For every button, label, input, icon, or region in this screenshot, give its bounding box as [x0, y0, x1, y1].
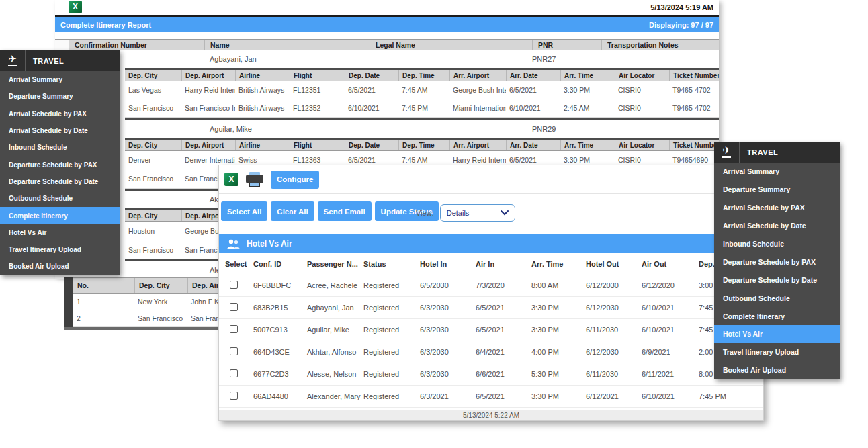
- select-all-button[interactable]: Select All: [221, 201, 267, 221]
- hotel-table-header-row: Select Conf. ID Passenger N... Status Ho…: [219, 253, 763, 275]
- sidebar-item-departure-schedule-by-pax[interactable]: Departure Schedule by PAX: [714, 253, 840, 271]
- sidebar-item-booked-air-upload[interactable]: Booked Air Upload: [714, 361, 840, 379]
- sidebar-item-hotel-vs-air[interactable]: Hotel Vs Air: [0, 224, 120, 241]
- column-confirmation-number: Confirmation Number: [69, 40, 204, 50]
- fragment-left-border: [64, 277, 73, 327]
- column-dep-city: Dep. City: [134, 278, 187, 293]
- flight-row: Las VegasHarry Reid InternaBritish Airwa…: [125, 81, 719, 99]
- sidebar-item-arrival-schedule-by-pax[interactable]: Arrival Schedule by PAX: [714, 199, 840, 217]
- report-spacer: [55, 32, 719, 39]
- people-group-icon: [226, 238, 241, 249]
- flight-header-row: Dep. CityDep. AirportAirlineFlightDep. D…: [125, 140, 719, 151]
- numbered-table-header-row: No. Dep. City Dep. Airport: [73, 277, 222, 294]
- passenger-pnr: PNR27: [532, 55, 556, 63]
- sidebar-item-complete-itinerary[interactable]: Complete Itinerary: [0, 207, 120, 224]
- column-no: No.: [73, 278, 134, 293]
- column-transportation-notes: Transportation Notes: [601, 40, 719, 50]
- fragment-bottom-border: [64, 327, 222, 330]
- report-select-column-header: [55, 40, 69, 50]
- column-dep-airport: Dep. Airport: [181, 70, 235, 81]
- column-air-in: Air In: [473, 260, 529, 268]
- excel-export-icon[interactable]: X: [224, 173, 238, 186]
- sidebar-header: ✈ TRAVEL: [714, 142, 840, 163]
- report-displaying-count: Displaying: 97 / 97: [649, 21, 713, 29]
- flight-header-row: Dep. City Dep. Airport Airline Flight De…: [125, 70, 719, 81]
- row-select-checkbox[interactable]: [230, 281, 238, 289]
- column-pnr: PNR: [532, 40, 601, 50]
- sidebar-item-arrival-schedule-by-date[interactable]: Arrival Schedule by Date: [0, 122, 120, 139]
- clear-all-button[interactable]: Clear All: [271, 201, 314, 221]
- hotel-toolbar: X Configure: [219, 165, 763, 194]
- sidebar-item-outbound-schedule[interactable]: Outbound Schedule: [714, 289, 840, 307]
- hotel-table-row: 664D43CEAkhtar, AlfonsoRegistered6/3/203…: [219, 341, 763, 363]
- sidebar-title: TRAVEL: [26, 57, 64, 65]
- row-select-checkbox[interactable]: [230, 392, 238, 400]
- column-select: Select: [222, 260, 251, 268]
- column-ticket-number: Ticket Number: [669, 70, 719, 81]
- column-arr-time: Arr. Time: [529, 260, 583, 268]
- passenger-group-row: Agbayani, Jan PNR27: [55, 50, 719, 68]
- report-top-strip: X 5/13/2024 5:19 AM: [55, 0, 719, 15]
- sidebar-item-arrival-schedule-by-date[interactable]: Arrival Schedule by Date: [714, 217, 840, 235]
- row-select-checkbox[interactable]: [230, 347, 238, 355]
- row-select-checkbox[interactable]: [230, 325, 238, 333]
- sidebar-item-departure-summary[interactable]: Departure Summary: [0, 88, 120, 105]
- column-arr-date: Arr. Date: [506, 70, 560, 81]
- column-flight: Flight: [290, 70, 345, 81]
- sidebar-item-travel-itinerary-upload[interactable]: Travel Itinerary Upload: [714, 343, 840, 361]
- sidebar-item-booked-air-upload[interactable]: Booked Air Upload: [0, 258, 120, 275]
- numbered-schedule-table: No. Dep. City Dep. Airport 1 New York Jo…: [73, 277, 222, 327]
- column-status: Status: [361, 260, 417, 268]
- sidebar-item-inbound-schedule[interactable]: Inbound Schedule: [714, 235, 840, 253]
- flight-row: San FranciscoSan Francisco InteBritish A…: [125, 99, 719, 118]
- column-dep-city: Dep. City: [125, 70, 181, 81]
- table-row: 1 New York John F Kennedy Inte: [73, 294, 222, 310]
- row-select-checkbox[interactable]: [230, 369, 238, 377]
- print-icon[interactable]: [246, 172, 263, 187]
- column-arr-time: Arr. Time: [560, 70, 615, 81]
- hotel-table-row: 6F6BBDFCAcree, RacheleRegistered6/5/2030…: [219, 275, 763, 297]
- travel-plane-icon: ✈: [0, 50, 26, 71]
- hotel-vs-air-window: X Configure Select All Clear All Send Em…: [218, 165, 764, 421]
- sidebar-title: TRAVEL: [740, 148, 778, 156]
- report-group-header-row: Confirmation Number Name Legal Name PNR …: [55, 39, 719, 50]
- sidebar-item-complete-itinerary[interactable]: Complete Itinerary: [714, 307, 840, 325]
- hotel-table-row: 683B2B15Agbayani, JanRegistered6/3/20306…: [219, 297, 763, 319]
- sidebar-item-outbound-schedule[interactable]: Outbound Schedule: [0, 190, 120, 207]
- column-airline: Airline: [235, 70, 290, 81]
- column-air-locator: Air Locator: [615, 70, 669, 81]
- hotel-footer-timestamp: 5/13/2024 5:22 AM: [219, 410, 763, 420]
- sidebar-item-departure-schedule-by-pax[interactable]: Departure Schedule by PAX: [0, 156, 120, 173]
- view-dropdown[interactable]: Details: [440, 204, 515, 222]
- sidebar-item-arrival-schedule-by-pax[interactable]: Arrival Schedule by PAX: [0, 105, 120, 122]
- sidebar-item-travel-itinerary-upload[interactable]: Travel Itinerary Upload: [0, 241, 120, 258]
- sidebar-item-departure-summary[interactable]: Departure Summary: [714, 181, 840, 199]
- column-legal-name: Legal Name: [370, 40, 532, 50]
- send-email-button[interactable]: Send Email: [318, 201, 372, 221]
- column-hotel-in: Hotel In: [417, 260, 473, 268]
- column-conf-id: Conf. ID: [251, 260, 304, 268]
- travel-plane-icon: ✈: [714, 142, 740, 163]
- sidebar-item-hotel-vs-air[interactable]: Hotel Vs Air: [714, 325, 840, 343]
- column-dep-airport: Dep. Airport: [187, 278, 221, 293]
- column-dep-time: Dep. Time: [398, 70, 449, 81]
- panel-title: Hotel Vs Air: [247, 239, 292, 249]
- sidebar-item-departure-schedule-by-date[interactable]: Departure Schedule by Date: [714, 271, 840, 289]
- travel-sidebar-right: ✈ TRAVEL Arrival Summary Departure Summa…: [714, 142, 840, 379]
- passenger-name: Aguilar, Mike: [210, 125, 252, 133]
- report-generated-timestamp: 5/13/2024 5:19 AM: [650, 0, 713, 15]
- excel-export-icon[interactable]: X: [69, 1, 82, 13]
- travel-sidebar-left: ✈ TRAVEL Arrival Summary Departure Summa…: [0, 50, 120, 275]
- passenger-pnr: PNR29: [532, 125, 556, 133]
- chevron-down-icon: [501, 210, 509, 216]
- column-dep-date: Dep. Date: [345, 70, 398, 81]
- sidebar-item-departure-schedule-by-date[interactable]: Departure Schedule by Date: [0, 173, 120, 190]
- numbered-schedule-fragment: No. Dep. City Dep. Airport 1 New York Jo…: [64, 277, 222, 330]
- report-title: Complete Itinerary Report: [60, 21, 151, 29]
- configure-button[interactable]: Configure: [271, 171, 319, 189]
- sidebar-item-arrival-summary[interactable]: Arrival Summary: [0, 71, 120, 88]
- sidebar-item-inbound-schedule[interactable]: Inbound Schedule: [0, 139, 120, 156]
- view-label: View:: [416, 209, 434, 217]
- sidebar-item-arrival-summary[interactable]: Arrival Summary: [714, 163, 840, 181]
- row-select-checkbox[interactable]: [230, 303, 238, 311]
